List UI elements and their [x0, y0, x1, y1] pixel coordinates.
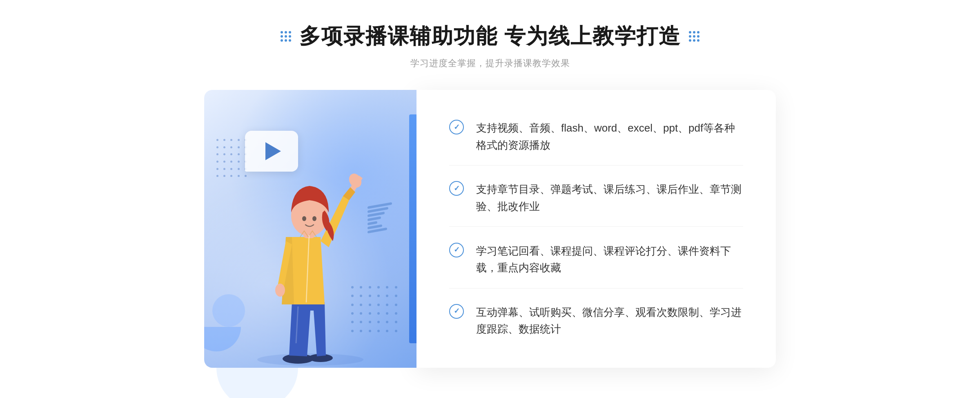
circle-decoration [212, 294, 245, 327]
illustration-card [204, 90, 416, 368]
svg-point-7 [302, 216, 306, 221]
check-circle-3: ✓ [449, 243, 464, 257]
svg-point-3 [347, 171, 364, 190]
feature-text-3: 学习笔记回看、课程提问、课程评论打分、课件资料下载，重点内容收藏 [476, 243, 743, 277]
page-wrapper: 多项录播课辅助功能 专为线上教学打造 学习进度全掌握，提升录播课教学效果 » [0, 6, 980, 392]
dot-grid-right [689, 31, 699, 42]
feature-item-2: ✓ 支持章节目录、弹题考试、课后练习、课后作业、章节测验、批改作业 [449, 170, 743, 227]
check-circle-1: ✓ [449, 120, 464, 134]
feature-item-4: ✓ 互动弹幕、试听购买、微信分享、观看次数限制、学习进度跟踪、数据统计 [449, 293, 743, 349]
feature-text-1: 支持视频、音频、flash、word、excel、ppt、pdf等各种格式的资源… [476, 120, 743, 154]
person-illustration [245, 155, 376, 368]
dot-grid-left [281, 31, 291, 42]
check-icon-2: ✓ [454, 185, 460, 192]
title-row: 多项录播课辅助功能 专为线上教学打造 [0, 22, 980, 51]
dots-pattern-left [216, 139, 249, 180]
feature-text-2: 支持章节目录、弹题考试、课后练习、课后作业、章节测验、批改作业 [476, 181, 743, 215]
check-circle-4: ✓ [449, 304, 464, 319]
main-title: 多项录播课辅助功能 专为线上教学打造 [299, 22, 681, 51]
content-area: » [204, 90, 776, 368]
svg-point-4 [275, 284, 285, 297]
feature-item-3: ✓ 学习笔记回看、课程提问、课程评论打分、课件资料下载，重点内容收藏 [449, 231, 743, 288]
check-icon-3: ✓ [454, 246, 460, 253]
check-icon-4: ✓ [454, 307, 460, 315]
blue-sidebar-accent [409, 114, 416, 343]
header-section: 多项录播课辅助功能 专为线上教学打造 学习进度全掌握，提升录播课教学效果 [0, 22, 980, 69]
feature-item-1: ✓ 支持视频、音频、flash、word、excel、ppt、pdf等各种格式的… [449, 108, 743, 165]
check-icon-1: ✓ [454, 123, 460, 131]
subtitle: 学习进度全掌握，提升录播课教学效果 [0, 57, 980, 69]
check-circle-2: ✓ [449, 181, 464, 196]
svg-point-8 [312, 216, 316, 221]
features-panel: ✓ 支持视频、音频、flash、word、excel、ppt、pdf等各种格式的… [416, 90, 776, 368]
semicircle-decoration [204, 327, 241, 351]
feature-text-4: 互动弹幕、试听购买、微信分享、观看次数限制、学习进度跟踪、数据统计 [476, 304, 743, 338]
